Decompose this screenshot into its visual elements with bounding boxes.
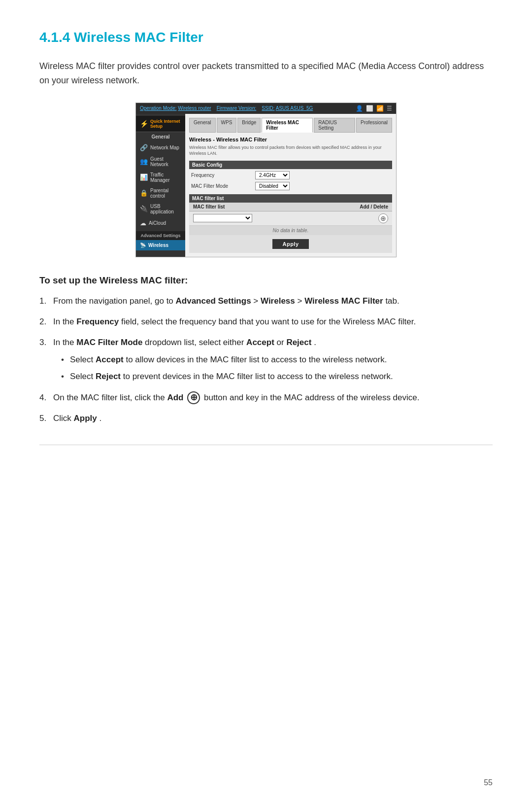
mac-filter-mode-label: MAC Filter Mode <box>191 183 255 189</box>
sidebar-guest-network-label: Guest Network <box>150 156 181 167</box>
sidebar-top-label: Quick Internet Setup <box>150 119 181 129</box>
page-number: 55 <box>484 778 493 787</box>
aicloud-icon: ☁ <box>140 219 146 227</box>
sidebar-usb-label: USB application <box>150 204 181 214</box>
step5-text-before: Click <box>53 414 74 423</box>
bullet2-before: Select <box>70 372 96 381</box>
step1-bold2: Wireless <box>261 296 295 306</box>
sidebar-network-map-label: Network Map <box>150 145 179 150</box>
sidebar-traffic-label: Traffic Manager <box>150 172 181 183</box>
step1-bold3: Wireless MAC Filter <box>304 296 383 306</box>
step3-text-mid: dropdown list, select either <box>145 338 246 347</box>
router-sidebar: ⚡ Quick Internet Setup General 🔗 Network… <box>136 114 185 257</box>
mac-filter-list-header: MAC filter list <box>189 194 392 203</box>
bullet1-bold: Accept <box>96 355 124 364</box>
tab-wps[interactable]: WPS <box>217 118 237 133</box>
frequency-label: Frequency <box>191 173 255 178</box>
network-map-icon: 🔗 <box>140 144 148 151</box>
sidebar-guest-network[interactable]: 👥 Guest Network <box>136 154 185 170</box>
sidebar-aicloud[interactable]: ☁ AiCloud <box>136 217 185 229</box>
col-mac-list: MAC filter list <box>193 204 225 209</box>
signal-icon: 📶 <box>376 105 384 112</box>
step-2: In the Frequency field, select the frequ… <box>39 315 493 328</box>
step3-text-before: In the <box>53 338 76 347</box>
mac-list-column-headers: MAC filter list Add / Delete <box>189 203 392 211</box>
quick-internet-icon: ⚡ <box>140 120 148 128</box>
general-label[interactable]: General <box>136 132 185 141</box>
sidebar-network-map[interactable]: 🔗 Network Map <box>136 141 185 154</box>
guest-network-icon: 👥 <box>140 158 148 165</box>
step-3: In the MAC Filter Mode dropdown list, se… <box>39 336 493 383</box>
router-main: General WPS Bridge Wireless MAC Filter R… <box>185 114 396 257</box>
step-4: On the MAC filter list, click the Add ⊕ … <box>39 391 493 405</box>
sidebar-parental-control[interactable]: 🔒 Parental control <box>136 185 185 201</box>
ssid-value: ASUS ASUS_5G <box>276 105 313 111</box>
sidebar-quick-internet[interactable]: ⚡ Quick Internet Setup <box>136 116 185 132</box>
step5-bold1: Apply <box>74 414 97 423</box>
step4-add-icon: ⊕ <box>187 391 200 404</box>
router-tabs: General WPS Bridge Wireless MAC Filter R… <box>189 118 392 133</box>
advanced-settings-label: Advanced Settings <box>136 231 185 240</box>
intro-text: Wireless MAC filter provides control ove… <box>39 59 493 88</box>
step2-text-after: field, select the frequency band that yo… <box>121 317 416 326</box>
sidebar-wireless-label: Wireless <box>148 243 168 248</box>
sidebar-aicloud-label: AiCloud <box>149 220 166 226</box>
section-title: 4.1.4 Wireless MAC Filter <box>39 30 493 45</box>
bullet1-before: Select <box>70 355 96 364</box>
sidebar-traffic-manager[interactable]: 📊 Traffic Manager <box>136 170 185 185</box>
mac-filter-mode-select[interactable]: Disabled Accept Reject <box>255 182 290 190</box>
step-5: Click Apply . <box>39 412 493 425</box>
step3-bold2: Accept <box>246 338 274 347</box>
instructions-title: To set up the Wireless MAC filter: <box>39 275 493 286</box>
router-section-title: Wireless - Wireless MAC Filter <box>189 137 392 142</box>
step2-text-before: In the <box>53 317 76 326</box>
ssid-label: SSID: <box>262 105 274 111</box>
mac-add-button[interactable]: ⊕ <box>378 213 388 223</box>
settings-icon: ⬜ <box>366 105 373 112</box>
apply-button[interactable]: Apply <box>272 239 308 249</box>
page-container: 4.1.4 Wireless MAC Filter Wireless MAC f… <box>0 0 532 485</box>
step4-bold1: Add <box>167 393 183 402</box>
bullet2-bold: Reject <box>96 372 121 381</box>
traffic-manager-icon: 📊 <box>140 174 148 181</box>
step3-bold3: Reject <box>286 338 311 347</box>
router-body: ⚡ Quick Internet Setup General 🔗 Network… <box>136 114 396 257</box>
tab-bridge[interactable]: Bridge <box>237 118 261 133</box>
tab-wireless-mac-filter[interactable]: Wireless MAC Filter <box>262 118 313 133</box>
mac-address-dropdown[interactable] <box>193 214 252 222</box>
frequency-row: Frequency 2.4GHz 5GHz <box>189 171 392 179</box>
user-icon: 👤 <box>356 105 363 112</box>
sidebar-usb-application[interactable]: 🔌 USB application <box>136 201 185 217</box>
bullet1-after: to allow devices in the MAC filter list … <box>126 355 387 364</box>
mac-filter-mode-row: MAC Filter Mode Disabled Accept Reject <box>189 182 392 190</box>
sidebar-wireless[interactable]: 📡 Wireless <box>136 240 185 250</box>
topbar-left: Operation Mode: Wireless router Firmware… <box>140 105 313 111</box>
tab-professional[interactable]: Professional <box>356 118 392 133</box>
col-add-delete: Add / Delete <box>360 204 388 209</box>
step1-text-after: tab. <box>385 296 399 306</box>
step1-bold1: Advanced Settings <box>176 296 251 306</box>
step2-bold1: Frequency <box>76 317 119 326</box>
instructions-section: To set up the Wireless MAC filter: From … <box>39 275 493 425</box>
router-section-desc: Wireless MAC filter allows you to contro… <box>189 144 392 157</box>
step3-text-mid2: or <box>277 338 287 347</box>
apply-row: Apply <box>189 235 392 253</box>
router-topbar: Operation Mode: Wireless router Firmware… <box>136 103 396 114</box>
firmware-label: Firmware Version: <box>217 105 257 111</box>
steps-list: From the navigation panel, go to Advance… <box>39 295 493 425</box>
step4-text-before: On the MAC filter list, click the <box>53 393 167 402</box>
no-data-message: No data in table. <box>189 226 392 235</box>
router-ui-screenshot: Operation Mode: Wireless router Firmware… <box>135 103 397 257</box>
tab-radius-setting[interactable]: RADIUS Setting <box>314 118 355 133</box>
parental-icon: 🔒 <box>140 189 148 197</box>
tab-general[interactable]: General <box>189 118 216 133</box>
bullet2-after: to prevent devices in the MAC filter lis… <box>123 372 393 381</box>
step4-text-after: button and key in the MAC address of the… <box>204 393 420 402</box>
step3-bold1: MAC Filter Mode <box>76 338 142 347</box>
bullet-2: Select Reject to prevent devices in the … <box>61 370 493 383</box>
basic-config-header: Basic Config <box>189 161 392 169</box>
frequency-select[interactable]: 2.4GHz 5GHz <box>255 171 290 179</box>
mode-value: Wireless router <box>178 105 211 111</box>
step-1: From the navigation panel, go to Advance… <box>39 295 493 308</box>
mode-label: Operation Mode: <box>140 105 177 111</box>
